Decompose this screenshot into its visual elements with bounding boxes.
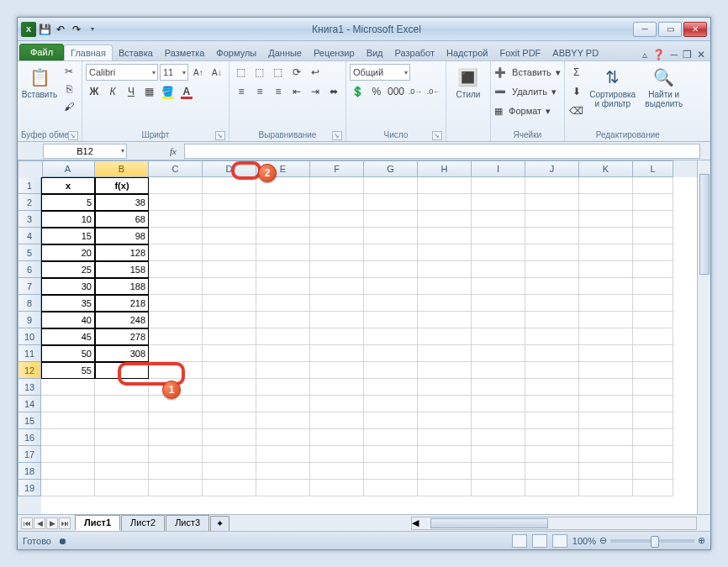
cell-H8[interactable] <box>418 295 472 312</box>
cell-I9[interactable] <box>472 312 525 328</box>
cell-D16[interactable] <box>203 429 256 446</box>
decrease-indent-icon[interactable]: ⇤ <box>288 83 305 100</box>
align-left-icon[interactable]: ≡ <box>233 83 250 100</box>
cell-H14[interactable] <box>418 396 472 412</box>
cell-D14[interactable] <box>203 396 256 412</box>
cell-E16[interactable] <box>256 429 310 446</box>
cell-J2[interactable] <box>525 194 579 211</box>
fill-icon[interactable]: ⬇ <box>568 83 585 100</box>
cell-K19[interactable] <box>579 480 633 496</box>
cell-H15[interactable] <box>418 412 472 429</box>
cell-A18[interactable] <box>41 463 95 480</box>
cell-E2[interactable] <box>256 194 310 211</box>
cell-J17[interactable] <box>525 446 579 463</box>
cell-G12[interactable] <box>364 362 418 379</box>
cell-L19[interactable] <box>633 480 673 496</box>
cell-C1[interactable] <box>149 177 203 194</box>
number-format-combo[interactable]: Общий <box>350 64 410 81</box>
cell-E14[interactable] <box>256 396 310 412</box>
cell-B11[interactable]: 308 <box>95 345 149 362</box>
cell-I2[interactable] <box>472 194 525 211</box>
cell-F16[interactable] <box>310 429 364 446</box>
cell-C16[interactable] <box>149 429 203 446</box>
copy-icon[interactable]: ⎘ <box>61 81 77 97</box>
cell-B18[interactable] <box>95 463 149 480</box>
insert-cells-button[interactable]: ➕ Вставить ▾ <box>494 63 561 81</box>
cell-G10[interactable] <box>364 328 418 345</box>
mdi-restore-icon[interactable]: ❐ <box>683 49 692 60</box>
cell-L7[interactable] <box>633 278 673 295</box>
cell-H10[interactable] <box>418 328 472 345</box>
cell-F5[interactable] <box>310 244 364 261</box>
column-header-G[interactable]: G <box>364 160 418 177</box>
cell-D12[interactable] <box>203 362 256 379</box>
cell-K8[interactable] <box>579 295 633 312</box>
cell-K14[interactable] <box>579 396 633 412</box>
mdi-close-icon[interactable]: ✕ <box>697 49 705 60</box>
cell-J10[interactable] <box>525 328 579 345</box>
cell-I18[interactable] <box>472 463 525 480</box>
cell-I14[interactable] <box>472 396 525 412</box>
save-icon[interactable]: 💾 <box>37 22 52 37</box>
cell-I19[interactable] <box>472 480 525 496</box>
decrease-font-icon[interactable]: A↓ <box>208 64 225 81</box>
cell-D4[interactable] <box>203 228 256 244</box>
cell-I1[interactable] <box>472 177 525 194</box>
row-header-18[interactable]: 18 <box>18 463 41 480</box>
cell-C18[interactable] <box>149 463 203 480</box>
cell-H18[interactable] <box>418 463 472 480</box>
bold-button[interactable]: Ж <box>86 83 103 100</box>
cell-J11[interactable] <box>525 345 579 362</box>
cell-E18[interactable] <box>256 463 310 480</box>
column-header-A[interactable]: A <box>41 160 95 177</box>
cell-J13[interactable] <box>525 379 579 396</box>
cell-I16[interactable] <box>472 429 525 446</box>
cell-D3[interactable] <box>203 211 256 228</box>
cell-G15[interactable] <box>364 412 418 429</box>
wrap-text-icon[interactable]: ↩ <box>307 64 324 81</box>
cell-L17[interactable] <box>633 446 673 463</box>
cell-D6[interactable] <box>203 261 256 278</box>
cell-H5[interactable] <box>418 244 472 261</box>
cell-F2[interactable] <box>310 194 364 211</box>
cell-J18[interactable] <box>525 463 579 480</box>
cell-E7[interactable] <box>256 278 310 295</box>
cell-D18[interactable] <box>203 463 256 480</box>
zoom-out-button[interactable]: ⊖ <box>599 535 607 546</box>
cell-L12[interactable] <box>633 362 673 379</box>
merge-cells-icon[interactable]: ⬌ <box>325 83 342 100</box>
cell-K7[interactable] <box>579 278 633 295</box>
cell-E17[interactable] <box>256 446 310 463</box>
comma-icon[interactable]: 000 <box>387 83 405 100</box>
cell-H1[interactable] <box>418 177 472 194</box>
cell-I7[interactable] <box>472 278 525 295</box>
cell-L5[interactable] <box>633 244 673 261</box>
cell-L10[interactable] <box>633 328 673 345</box>
cell-H17[interactable] <box>418 446 472 463</box>
cell-E9[interactable] <box>256 312 310 328</box>
find-select-button[interactable]: 🔍 Найти и выделить <box>641 63 688 129</box>
column-header-L[interactable]: L <box>633 160 673 177</box>
close-button[interactable]: ✕ <box>683 22 707 37</box>
cell-E12[interactable] <box>256 362 310 379</box>
row-header-9[interactable]: 9 <box>18 312 41 328</box>
page-break-view-button[interactable] <box>552 534 567 548</box>
cell-F13[interactable] <box>310 379 364 396</box>
underline-button[interactable]: Ч <box>123 83 140 100</box>
cell-G2[interactable] <box>364 194 418 211</box>
cell-G7[interactable] <box>364 278 418 295</box>
cell-D5[interactable] <box>203 244 256 261</box>
cell-I15[interactable] <box>472 412 525 429</box>
cell-I11[interactable] <box>472 345 525 362</box>
clipboard-dialog-launcher[interactable]: ↘ <box>68 131 78 140</box>
cell-L6[interactable] <box>633 261 673 278</box>
cell-B15[interactable] <box>95 412 149 429</box>
row-header-16[interactable]: 16 <box>18 429 41 446</box>
cut-icon[interactable]: ✂ <box>61 63 77 80</box>
cell-J1[interactable] <box>525 177 579 194</box>
zoom-slider[interactable] <box>610 539 694 543</box>
cell-G13[interactable] <box>364 379 418 396</box>
ribbon-tab-Надстрой[interactable]: Надстрой <box>440 45 493 60</box>
fill-color-button[interactable]: 🪣 <box>160 83 177 100</box>
cell-K12[interactable] <box>579 362 633 379</box>
